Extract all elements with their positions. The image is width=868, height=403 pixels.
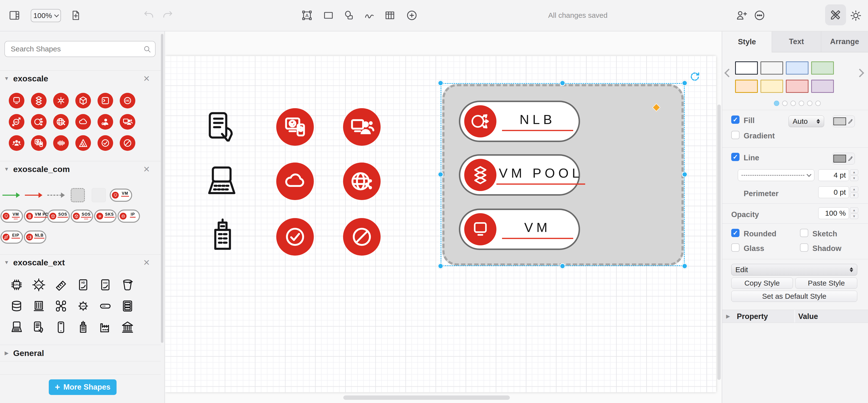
redo-button[interactable] [161, 9, 174, 22]
palette-shape[interactable] [97, 93, 113, 108]
opacity-input[interactable]: 100 % [818, 207, 849, 219]
palette-shape[interactable] [53, 114, 69, 130]
tab-arrange[interactable]: Arrange [821, 31, 868, 53]
palette-shape[interactable] [9, 93, 24, 108]
palette-shape[interactable] [75, 93, 91, 108]
insert-button[interactable] [406, 9, 418, 22]
carousel-dot-active[interactable] [774, 101, 779, 106]
palette-shape[interactable] [120, 320, 135, 335]
paste-style-button[interactable]: Paste Style [795, 277, 857, 289]
text-tool-button[interactable]: A [301, 9, 313, 22]
line-style-select[interactable] [738, 169, 814, 181]
palette-shape[interactable] [53, 298, 69, 314]
palette-shape[interactable] [9, 277, 24, 293]
style-swatch[interactable] [811, 61, 834, 74]
dashed-arrow-shape[interactable] [47, 195, 65, 196]
swatch-next-icon[interactable] [856, 69, 864, 77]
resize-handle-se[interactable] [682, 263, 688, 269]
fill-color-button[interactable] [832, 115, 855, 127]
palette-shape[interactable] [53, 320, 69, 335]
theme-brightness-button[interactable] [849, 9, 863, 23]
palette-shape[interactable] [9, 114, 24, 130]
copy-style-button[interactable]: Copy Style [731, 277, 793, 289]
share-button[interactable] [735, 9, 748, 22]
panel-scrollbar[interactable] [161, 34, 163, 343]
carousel-dot[interactable] [807, 101, 812, 106]
style-swatch[interactable] [761, 80, 783, 93]
style-swatch[interactable] [761, 61, 783, 74]
diagram-canvas[interactable]: NLB VM POOL VM [165, 31, 722, 403]
canvas-shape-tablet[interactable] [202, 108, 241, 147]
dashed-zone-shape[interactable] [71, 188, 85, 202]
palette-shape[interactable] [75, 114, 91, 130]
palette-shape[interactable] [31, 298, 46, 314]
carousel-dot[interactable] [815, 101, 821, 106]
palette-shape[interactable] [75, 135, 91, 151]
line-checkbox[interactable]: ✓ [731, 153, 740, 161]
carousel-dot[interactable] [799, 101, 804, 106]
edit-style-select[interactable]: Edit [731, 264, 857, 276]
red-arrow-shape[interactable] [25, 195, 42, 196]
palette-shape[interactable] [31, 277, 46, 293]
palette-shape[interactable] [53, 135, 69, 151]
palette-shape[interactable] [97, 135, 113, 151]
undo-button[interactable] [143, 9, 155, 22]
more-shapes-button[interactable]: + More Shapes [49, 379, 117, 395]
palette-shape[interactable] [120, 277, 135, 293]
glass-checkbox[interactable] [731, 243, 740, 252]
palette-shape[interactable] [31, 135, 46, 151]
palette-shape[interactable] [9, 135, 24, 151]
resize-handle-n[interactable] [560, 80, 565, 86]
shapes-tool-button[interactable] [343, 9, 355, 22]
palette-shape[interactable] [31, 93, 46, 108]
resize-handle-sw[interactable] [438, 263, 443, 269]
canvas-shape-denied[interactable] [343, 218, 381, 256]
palette-shape[interactable] [97, 277, 113, 293]
palette-shape-pill[interactable]: SOS [47, 209, 70, 223]
palette-shape-pill[interactable]: VMxxx [0, 209, 23, 223]
palette-shape[interactable] [9, 298, 24, 314]
tab-style[interactable]: Style [722, 31, 772, 53]
tab-text[interactable]: Text [772, 31, 821, 53]
swatch-prev-icon[interactable] [724, 69, 733, 77]
style-swatch[interactable] [735, 80, 758, 93]
close-section-icon[interactable]: × [143, 164, 150, 174]
zoom-select[interactable]: 100% [31, 9, 61, 22]
canvas-vscrollbar[interactable] [717, 104, 721, 380]
perimeter-stepper[interactable]: ▲▼ [850, 187, 858, 198]
palette-shape[interactable] [97, 298, 113, 314]
toggle-shapes-panel-button[interactable] [8, 9, 21, 22]
property-table-header[interactable]: ▶ Property Value [722, 310, 868, 323]
search-input[interactable] [4, 41, 156, 57]
palette-shape[interactable] [120, 93, 135, 108]
carousel-dot[interactable] [782, 101, 787, 106]
canvas-shape-office-building[interactable] [203, 216, 242, 255]
canvas-hscrollbar[interactable] [343, 396, 510, 400]
style-swatch[interactable] [786, 80, 808, 93]
palette-shape[interactable] [75, 320, 91, 335]
palette-shape[interactable] [53, 93, 69, 108]
palette-shape[interactable] [75, 277, 91, 293]
palette-shape[interactable] [120, 135, 135, 151]
resize-handle-ne[interactable] [682, 80, 688, 86]
resize-handle-nw[interactable] [438, 80, 443, 86]
close-section-icon[interactable]: × [143, 73, 150, 84]
palette-shape[interactable] [97, 114, 113, 130]
fill-checkbox[interactable]: ✓ [731, 115, 740, 124]
resize-handle-s[interactable] [560, 263, 565, 269]
rectangle-tool-button[interactable] [322, 9, 335, 22]
section-header-general[interactable]: ▶ General [0, 345, 161, 361]
close-section-icon[interactable]: × [143, 257, 150, 268]
palette-shape[interactable] [120, 298, 135, 314]
rotate-handle[interactable] [689, 71, 700, 82]
palette-shape-pill[interactable]: EIP [0, 231, 23, 244]
sketch-checkbox[interactable] [800, 229, 808, 237]
rounded-checkbox[interactable]: ✓ [731, 229, 740, 237]
palette-shape[interactable] [120, 114, 135, 130]
palette-shape[interactable] [75, 298, 91, 314]
palette-shape[interactable] [9, 320, 24, 335]
sketch-theme-toggle[interactable] [825, 4, 846, 25]
palette-shape-pill[interactable]: IP [118, 209, 140, 223]
set-default-style-button[interactable]: Set as Default Style [731, 291, 857, 302]
canvas-shape-organization[interactable] [343, 108, 381, 146]
